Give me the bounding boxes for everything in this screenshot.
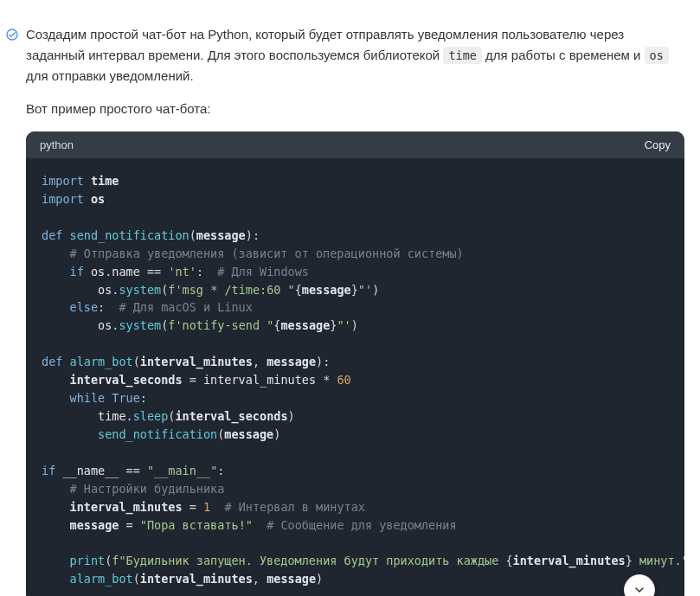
code-token: name — [112, 265, 140, 279]
code-token: interval_minutes — [140, 355, 253, 368]
code-token: interval_minutes — [70, 500, 183, 514]
intro-paragraph: Создадим простой чат-бот на Python, кото… — [26, 24, 684, 87]
code-token: message — [280, 318, 330, 332]
code-token: interval_seconds — [175, 409, 287, 423]
code-token: = — [189, 500, 196, 514]
code-token: == — [147, 265, 161, 279]
code-token: alarm_bot — [70, 572, 133, 586]
code-token: 1 — [203, 500, 210, 514]
code-token: os — [98, 283, 112, 297]
code-token: system — [119, 283, 161, 297]
code-token: message — [302, 283, 351, 297]
code-token: else — [70, 300, 99, 314]
svg-point-0 — [7, 29, 17, 40]
code-token: == — [126, 464, 140, 477]
code-token: 'nt' — [168, 265, 196, 279]
avatar-gutter — [0, 16, 22, 42]
code-token: send_notification — [98, 427, 217, 441]
code-token: = — [126, 518, 133, 532]
code-header: python Copy — [26, 131, 684, 158]
text: для работы с временем и — [485, 48, 645, 62]
code-token: message — [224, 427, 273, 441]
code-token: def — [42, 228, 62, 242]
code-token: while — [70, 391, 106, 405]
code-token: "Пора вставать!" — [140, 518, 253, 532]
code-token: # Для Windows — [217, 265, 309, 279]
text: для отправки уведомлений. — [26, 68, 194, 83]
code-token: message — [196, 228, 246, 242]
assistant-message-row: Создадим простой чат-бот на Python, кото… — [0, 16, 684, 596]
code-token: system — [119, 318, 161, 332]
code-token: interval_minutes — [140, 572, 253, 586]
code-token: * — [323, 373, 330, 387]
code-token: interval_minutes — [203, 373, 316, 387]
code-token: message — [267, 355, 316, 368]
code-language-label: python — [40, 138, 74, 151]
code-block: python Copy import time import os def se… — [26, 131, 684, 596]
code-token: f"Будильник запущен. Уведомления будут п… — [112, 554, 505, 567]
code-token: alarm_bot — [70, 355, 133, 368]
code-token: time — [91, 174, 119, 188]
code-token: if — [42, 464, 55, 477]
code-token: = — [189, 373, 196, 387]
code-token: interval_seconds — [70, 373, 183, 387]
inline-code-time: time — [443, 47, 482, 64]
code-token: message — [267, 572, 316, 586]
code-token: 60 — [337, 373, 350, 387]
chevron-down-icon — [633, 583, 646, 596]
code-token: True — [112, 391, 140, 405]
code-token: # Для macOS и Linux — [119, 300, 252, 314]
code-token: if — [70, 265, 84, 279]
code-token: import — [42, 192, 84, 206]
code-content[interactable]: import time import os def send_notificat… — [26, 158, 684, 596]
copy-button[interactable]: Copy — [645, 138, 671, 151]
code-token: f'msg * /time:60 " — [168, 283, 294, 297]
code-token: send_notification — [70, 228, 189, 242]
code-token: f'notify-send " — [168, 318, 273, 332]
code-token: # Настройки будильника — [70, 482, 225, 496]
code-token: __name__ — [62, 464, 119, 477]
code-token: import — [42, 174, 84, 188]
code-token: "' — [337, 318, 350, 332]
code-token: sleep — [133, 409, 169, 423]
message-content: Создадим простой чат-бот на Python, кото… — [22, 16, 684, 596]
code-token: os — [98, 318, 112, 332]
code-token: interval_minutes — [513, 554, 626, 567]
inline-code-os: os — [645, 47, 669, 64]
code-token: # Отправка уведомления (зависит от опера… — [70, 247, 464, 260]
code-token: message — [70, 518, 119, 532]
lead-in-paragraph: Вот пример простого чат-бота: — [26, 99, 684, 119]
code-token: минут." — [633, 554, 684, 567]
code-token: os — [91, 192, 105, 206]
code-token: time — [98, 409, 126, 423]
code-token: def — [42, 355, 62, 368]
code-token: # Сообщение для уведомления — [267, 518, 456, 532]
code-token: os — [91, 265, 105, 279]
assistant-avatar-icon — [5, 28, 19, 42]
code-token: print — [70, 554, 106, 567]
code-token: # Интервал в минутах — [224, 500, 365, 514]
code-token: "' — [358, 283, 372, 297]
code-token: "__main__" — [147, 464, 217, 477]
